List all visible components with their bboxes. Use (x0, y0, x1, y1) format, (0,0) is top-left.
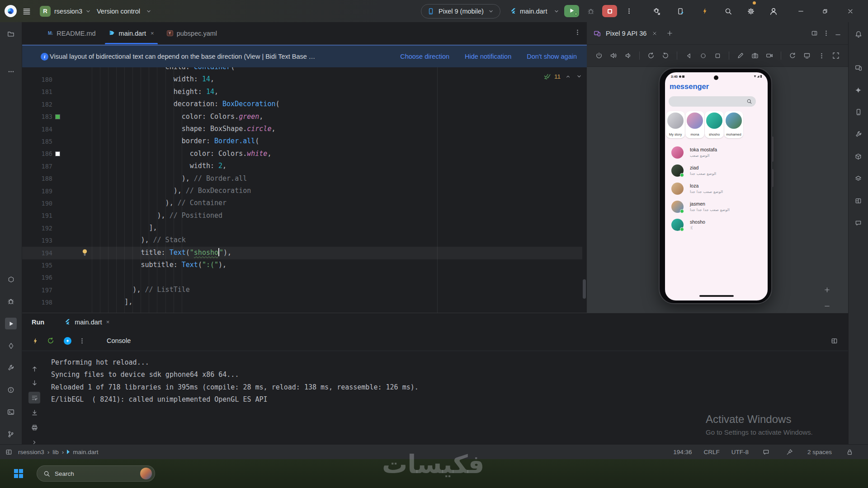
code-line[interactable]: child: Container( (22, 67, 587, 73)
pin-icon[interactable] (784, 446, 796, 458)
soft-wrap-icon[interactable] (28, 392, 40, 404)
code-line[interactable]: 196 (22, 272, 587, 284)
device-tab-close-icon[interactable] (650, 28, 659, 39)
device-manager-icon[interactable] (853, 106, 864, 118)
project-chevron-down-icon[interactable] (82, 0, 94, 22)
code-line[interactable]: 180 width: 14, (22, 73, 587, 85)
running-devices-icon[interactable] (853, 62, 864, 74)
intention-lightbulb-icon[interactable] (81, 249, 89, 258)
window-minimize-icon[interactable] (795, 0, 807, 22)
scroll-to-end-icon[interactable] (28, 407, 40, 418)
console-output[interactable]: Performing hot reload...Syncing files to… (51, 357, 419, 406)
code-line[interactable]: 187 width: 2, (22, 160, 587, 172)
code-line[interactable]: 188 ), // Border.all (22, 173, 587, 185)
flutter-devtools-icon[interactable]: ✦ (64, 337, 71, 345)
video-icon[interactable] (764, 50, 775, 61)
layout-inspector-icon[interactable] (853, 195, 864, 206)
scroll-down-icon[interactable] (28, 377, 40, 389)
run-tab-close-icon[interactable]: × (106, 319, 110, 325)
build-icon[interactable] (5, 362, 17, 374)
story-mohamed[interactable]: mohamed (724, 111, 743, 138)
line-ending[interactable]: CRLF (703, 449, 719, 455)
story-shosho[interactable]: shosho (705, 111, 724, 138)
zoom-out-icon[interactable] (821, 300, 833, 312)
attach-debugger-icon[interactable] (651, 0, 663, 22)
services-icon[interactable] (5, 273, 17, 285)
snapshot-icon[interactable] (787, 50, 798, 61)
breadcrumb-file[interactable]: main.dart (73, 449, 98, 455)
tool-windows-icon[interactable] (3, 446, 14, 458)
rotate-ccw-icon[interactable] (645, 50, 657, 61)
hot-reload-bolt-icon[interactable] (29, 335, 41, 347)
chat-row-jasmen[interactable]: jasmenالوضع صعب جدا جدا جدا (665, 199, 768, 217)
chat-row-toka-mostafa[interactable]: toka mostafaالوضع صعب (665, 145, 768, 163)
run-config-chevron-icon[interactable] (551, 0, 562, 22)
messenger-search-bar[interactable] (669, 96, 756, 107)
code-line[interactable]: 186 color: Colors.white, (22, 148, 587, 160)
kebab-icon[interactable] (816, 50, 827, 61)
caret-position[interactable]: 194:36 (673, 449, 692, 455)
code-line[interactable]: 193 ), // Stack (22, 234, 587, 246)
project-name[interactable]: rsession3 (54, 0, 82, 22)
choose-direction-link[interactable]: Choose direction (400, 53, 449, 60)
settings-icon[interactable] (745, 0, 757, 22)
project-icon[interactable]: R (40, 0, 51, 22)
terminal-icon[interactable] (5, 406, 17, 418)
stylus-icon[interactable] (735, 50, 746, 61)
next-issue-chevron-icon[interactable] (575, 70, 583, 82)
hot-reload-icon[interactable] (699, 0, 711, 22)
story-mona[interactable]: mona (685, 111, 704, 138)
vcs-widget[interactable]: Version control (97, 0, 140, 22)
home-icon[interactable] (697, 50, 709, 61)
tab-main.dart[interactable]: main.dart× (102, 22, 160, 44)
app-quality-insights-icon[interactable] (853, 217, 864, 229)
code-line[interactable]: 198 ], (22, 296, 587, 308)
editor-scrollbar[interactable] (583, 279, 586, 299)
more-tool-windows-icon[interactable] (5, 66, 17, 77)
build-variants-icon[interactable] (853, 150, 864, 162)
console-kebab-icon[interactable] (76, 335, 88, 347)
indent-size[interactable]: 2 spaces (807, 449, 832, 455)
split-icon[interactable] (808, 28, 820, 39)
zoom-in-icon[interactable] (821, 284, 833, 296)
dart-analysis-icon[interactable] (5, 340, 17, 352)
chat-row-ziad[interactable]: ziadالوضع صعب جدا (665, 163, 768, 181)
gemini-icon[interactable] (853, 84, 864, 96)
windows-start-icon[interactable] (13, 468, 24, 479)
device-tab-label[interactable]: Pixel 9 API 36 (606, 30, 646, 37)
code-line[interactable]: 192 ], (22, 222, 587, 234)
code-line[interactable]: 181 height: 14, (22, 86, 587, 98)
annotations-icon[interactable] (760, 446, 772, 458)
camera-icon[interactable] (749, 50, 761, 61)
structure-icon[interactable] (853, 173, 864, 184)
run-panel-title[interactable]: Run (32, 319, 44, 326)
taskbar-search[interactable]: Search (37, 465, 155, 482)
volume-up-icon[interactable] (608, 50, 619, 61)
code-line[interactable]: 194 title: Text("shosho"), (22, 247, 587, 259)
hot-restart-icon[interactable] (45, 335, 57, 347)
hide-notification-link[interactable]: Hide notification (465, 53, 511, 60)
code-line[interactable]: 197 ), // ListTile (22, 284, 587, 296)
scroll-to-top-icon[interactable] (28, 363, 40, 375)
encoding[interactable]: UTF-8 (731, 449, 749, 455)
code-line[interactable]: 183 color: Colors.green, (22, 111, 587, 123)
story-my-story[interactable]: My story (666, 111, 685, 138)
stop-button[interactable] (602, 5, 617, 17)
tab-close-icon[interactable]: × (151, 30, 154, 37)
run-button[interactable] (564, 5, 579, 17)
debug-button[interactable] (585, 0, 597, 22)
minimize-icon[interactable] (832, 28, 844, 39)
flutter-device-icon[interactable] (675, 0, 686, 22)
kebab-icon[interactable] (820, 28, 832, 39)
overview-icon[interactable] (712, 50, 723, 61)
cast-icon[interactable] (801, 50, 813, 61)
search-everywhere-icon[interactable] (722, 0, 734, 22)
notifications-bell-icon[interactable] (853, 28, 864, 40)
inspections-widget[interactable]: 11 (544, 70, 583, 82)
code-line[interactable]: 190 ), // Container (22, 197, 587, 209)
code-line[interactable]: 185 border: Border.all( (22, 135, 587, 147)
print-icon[interactable] (28, 422, 40, 433)
vcs-chevron-down-icon[interactable] (143, 0, 155, 22)
main-menu-icon[interactable] (21, 0, 33, 22)
window-close-icon[interactable] (844, 0, 856, 22)
